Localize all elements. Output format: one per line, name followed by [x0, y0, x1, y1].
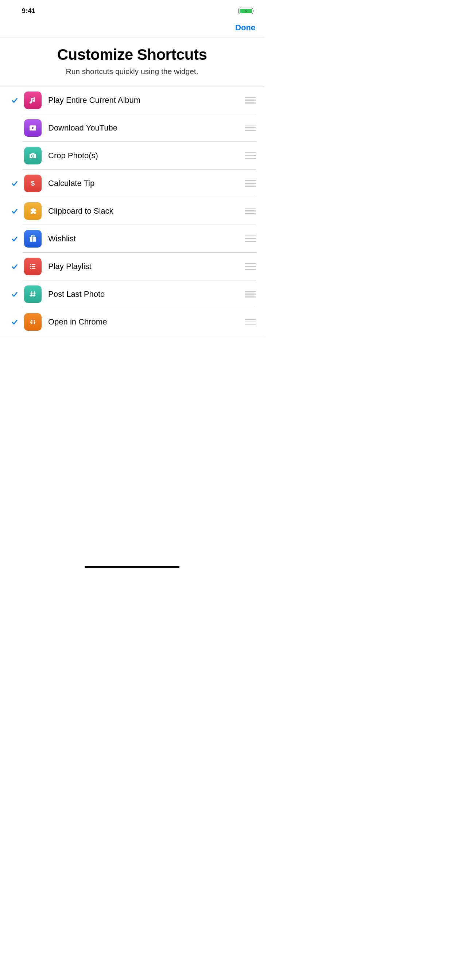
shortcut-row[interactable]: Play Entire Current Album: [0, 86, 264, 114]
shortcut-row[interactable]: Clipboard to Slack: [0, 197, 264, 225]
shortcut-label: Play Entire Current Album: [48, 95, 245, 105]
svg-rect-6: [32, 237, 33, 242]
shortcut-label: Clipboard to Slack: [48, 206, 245, 216]
shortcut-label: Post Last Photo: [48, 290, 245, 299]
checkmark-icon: [11, 235, 19, 243]
svg-rect-8: [32, 264, 35, 265]
shortcut-row[interactable]: Download YouTube: [0, 114, 264, 142]
checkmark-icon: [11, 96, 19, 104]
drag-handle-icon[interactable]: [245, 180, 256, 187]
svg-line-14: [34, 291, 35, 297]
checkmark-icon: [11, 207, 19, 215]
status-time: 9:41: [22, 7, 35, 15]
row-inner: Open in Chrome: [22, 308, 256, 336]
checkmark-slot[interactable]: [6, 290, 22, 298]
svg-rect-12: [32, 268, 35, 269]
row-inner: Wishlist: [22, 225, 256, 253]
checkmark-slot[interactable]: [6, 180, 22, 188]
music-icon: [24, 92, 41, 109]
row-inner: Clipboard to Slack: [22, 197, 256, 225]
checkmark-icon: [11, 290, 19, 298]
page-subtitle: Run shortcuts quickly using the widget.: [9, 67, 255, 76]
shortcut-label: Download YouTube: [48, 123, 245, 133]
shortcut-row[interactable]: Post Last Photo: [0, 280, 264, 308]
row-inner: Download YouTube: [22, 114, 256, 142]
nav-bar: Done: [0, 18, 264, 38]
row-inner: Post Last Photo: [22, 280, 256, 308]
play-icon: [24, 119, 41, 137]
checkmark-icon: [11, 318, 19, 326]
battery-icon: ⚡︎: [239, 8, 253, 14]
svg-text:$: $: [31, 180, 35, 187]
row-inner: Crop Photo(s): [22, 142, 256, 170]
shortcut-label: Play Playlist: [48, 262, 245, 271]
drag-handle-icon[interactable]: [245, 291, 256, 298]
drag-handle-icon[interactable]: [245, 263, 256, 270]
shortcut-row[interactable]: Crop Photo(s): [0, 142, 264, 170]
checkmark-slot[interactable]: [6, 262, 22, 270]
row-inner: $Calculate Tip: [22, 170, 256, 197]
shortcut-label: Calculate Tip: [48, 179, 245, 188]
shortcut-row[interactable]: Wishlist: [0, 225, 264, 253]
done-button[interactable]: Done: [235, 23, 255, 32]
shortcut-row[interactable]: Open in Chrome: [0, 308, 264, 336]
svg-point-9: [30, 266, 31, 267]
dollar-icon: $: [24, 175, 41, 192]
shortcut-label: Wishlist: [48, 234, 245, 243]
charging-icon: ⚡︎: [245, 9, 247, 13]
svg-point-11: [30, 267, 31, 269]
list-icon: [24, 258, 41, 275]
svg-rect-10: [32, 266, 35, 267]
status-bar: 9:41 ⚡︎: [0, 0, 264, 18]
shortcut-row[interactable]: Play Playlist: [0, 253, 264, 280]
shortcut-label: Crop Photo(s): [48, 151, 245, 161]
checkmark-slot[interactable]: [6, 96, 22, 104]
drag-handle-icon[interactable]: [245, 97, 256, 103]
row-inner: Play Entire Current Album: [22, 86, 256, 114]
checkmark-icon: [11, 180, 19, 188]
svg-point-7: [30, 264, 31, 265]
gift-icon: [24, 230, 41, 248]
svg-line-13: [31, 291, 32, 297]
shortcut-list: Play Entire Current AlbumDownload YouTub…: [0, 86, 264, 336]
drag-handle-icon[interactable]: [245, 319, 256, 325]
drag-handle-icon[interactable]: [245, 208, 256, 215]
shortcut-label: Open in Chrome: [48, 317, 245, 327]
drag-handle-icon[interactable]: [245, 153, 256, 159]
shortcut-row[interactable]: $Calculate Tip: [0, 170, 264, 197]
drag-handle-icon[interactable]: [245, 125, 256, 131]
checkmark-icon: [11, 262, 19, 270]
camera-icon: [24, 147, 41, 164]
row-inner: Play Playlist: [22, 253, 256, 280]
drag-handle-icon[interactable]: [245, 235, 256, 242]
page-header: Customize Shortcuts Run shortcuts quickl…: [0, 38, 264, 86]
checkmark-slot[interactable]: [6, 207, 22, 215]
checkmark-slot[interactable]: [6, 318, 22, 326]
page-title: Customize Shortcuts: [9, 46, 255, 64]
puzzle-icon: [24, 202, 41, 220]
checkmark-slot[interactable]: [6, 235, 22, 243]
globe-icon: [24, 313, 41, 331]
hash-icon: [24, 285, 41, 303]
home-indicator: [85, 566, 179, 568]
